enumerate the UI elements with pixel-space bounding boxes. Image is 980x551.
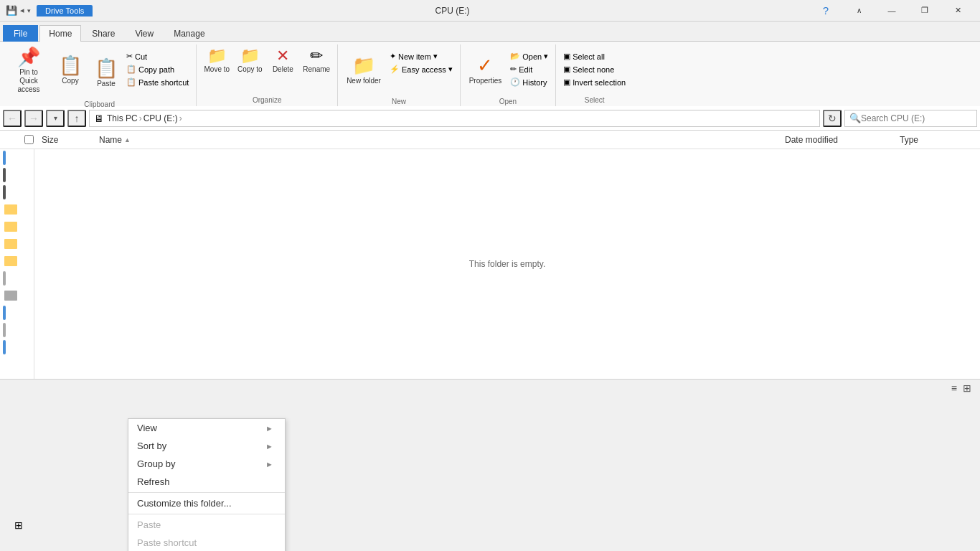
cut-button[interactable]: ✂ Cut [123,50,192,62]
refresh-button[interactable]: ↻ [823,110,842,127]
up-button[interactable]: ↑ [67,110,86,127]
tab-manage[interactable]: Manage [164,25,214,42]
select-all-button[interactable]: ▣ Select all [560,50,628,62]
close-button[interactable]: ✕ [941,0,974,22]
open-button[interactable]: 📂 Open ▾ [507,50,551,62]
ctx-paste-shortcut[interactable]: Paste shortcut [128,534,285,551]
ctx-sep-1 [128,492,285,493]
easy-access-button[interactable]: ⚡ Easy access ▾ [387,63,456,75]
name-sort-icon: ▲ [124,136,131,143]
new-folder-button[interactable]: 📁 New folder [342,46,385,95]
search-box: 🔍 [844,110,977,127]
sidebar-item-5[interactable] [0,218,34,235]
address-path[interactable]: 🖥 This PC › CPU (E:) › [89,110,820,127]
select-none-icon: ▣ [563,65,570,74]
maximize-button[interactable]: ❐ [908,0,941,22]
title-bar-quick-icons: 💾 ◂ ▾ [6,5,31,16]
properties-label: Properties [469,77,502,85]
paste-shortcut-button[interactable]: 📋 Paste shortcut [123,76,192,88]
select-label: Select [560,95,628,106]
ctx-customize[interactable]: Customize this folder... [128,494,285,512]
copy-button-clipboard[interactable]: 📋 Copy [52,46,89,95]
path-cpu-e[interactable]: CPU (E:) [143,113,178,123]
delete-icon: ✕ [276,48,289,64]
pin-label: Pin to Quick access [11,68,46,94]
column-size[interactable]: Size [36,131,93,149]
ctx-group-by-label: Group by [137,458,175,469]
search-input[interactable] [861,113,961,123]
copy-label: Copy [62,77,78,85]
tab-view[interactable]: View [126,25,163,42]
sidebar-item-10[interactable] [0,304,34,321]
ctx-sort-by[interactable]: Sort by ► [128,437,285,455]
view-toggle-large[interactable]: ⊞ [960,382,974,394]
path-this-pc[interactable]: This PC [107,113,138,123]
ctx-refresh[interactable]: Refresh [128,473,285,491]
tab-home[interactable]: Home [39,25,81,42]
sidebar-item-4[interactable] [0,201,34,218]
tab-share[interactable]: Share [83,25,124,42]
copy-path-button[interactable]: 📋 Copy path [123,63,192,75]
sidebar-item-1[interactable] [0,149,34,166]
open-icon: 📂 [510,52,520,61]
sidebar-item-2[interactable] [0,166,34,184]
file-area[interactable]: This folder is empty. View ► Sort by ► G… [34,149,980,379]
minimize-button[interactable]: — [875,0,908,22]
sidebar-item-9[interactable] [0,287,34,304]
ctx-group-by[interactable]: Group by ► [128,455,285,473]
history-button[interactable]: 🕐 History [507,76,551,88]
forward-button[interactable]: → [24,110,43,127]
history-icon: 🕐 [510,77,520,87]
column-date-modified[interactable]: Date modified [779,131,894,149]
paste-shortcut-label: Paste shortcut [138,78,189,87]
copy-icon: 📋 [59,56,82,75]
sidebar-item-11[interactable] [0,321,34,339]
select-none-button[interactable]: ▣ Select none [560,63,628,75]
open-dropdown: ▾ [544,52,548,61]
help-icon[interactable]: ? [809,0,842,22]
quick-save-icon[interactable]: 💾 [6,5,17,16]
properties-button[interactable]: ✓ Properties [465,46,507,95]
ctx-paste-shortcut-label: Paste shortcut [137,537,197,548]
select-all-icon: ▣ [563,52,570,61]
edit-label: Edit [519,65,532,74]
empty-folder-message: This folder is empty. [469,259,545,269]
tab-file[interactable]: File [3,25,38,42]
easy-access-dropdown: ▾ [448,65,453,74]
expand-ribbon-icon[interactable]: ∧ [842,0,875,22]
recent-locations-button[interactable]: ▾ [46,110,65,127]
quick-undo-icon[interactable]: ◂ [20,6,24,15]
quick-dropdown-icon[interactable]: ▾ [27,7,31,14]
ribbon-tabs: File Home Share View Manage [0,22,980,42]
column-name[interactable]: Name ▲ [93,131,779,149]
history-label: History [522,78,547,87]
copy-to-button[interactable]: 📁 Copy to [234,46,265,75]
ctx-paste[interactable]: Paste [128,516,285,534]
column-headers: Size Name ▲ Date modified Type [0,131,980,149]
pin-to-quick-access-button[interactable]: 📌 Pin to Quick access [7,46,50,95]
copy-path-label: Copy path [138,65,174,74]
edit-button[interactable]: ✏ Edit [507,63,551,75]
new-item-button[interactable]: ✦ New item ▾ [387,50,456,62]
ctx-view[interactable]: View ► [128,419,285,437]
select-all-checkbox[interactable] [24,135,34,144]
back-button[interactable]: ← [3,110,22,127]
sidebar-item-7[interactable] [0,253,34,270]
ribbon-group-select: ▣ Select all ▣ Select none ▣ Invert sele… [556,44,633,106]
view-toggle-details[interactable]: ≡ [948,382,960,394]
move-to-button[interactable]: 📁 Move to [201,46,232,75]
sidebar-item-6[interactable] [0,235,34,253]
invert-selection-button[interactable]: ▣ Invert selection [560,76,628,88]
delete-button[interactable]: ✕ Delete [267,46,298,75]
drive-tools-tab: Drive Tools [37,5,93,17]
sidebar-item-3[interactable] [0,184,34,201]
column-type[interactable]: Type [894,131,980,149]
rename-label: Rename [303,65,330,73]
paste-button[interactable]: 📋 Paste [90,49,122,98]
paste-label: Paste [97,80,116,88]
properties-icon: ✓ [477,56,493,75]
sidebar-item-8[interactable] [0,270,34,287]
sidebar-item-12[interactable] [0,339,34,356]
rename-button[interactable]: ✏ Rename [300,46,333,75]
pin-icon: 📌 [17,47,40,66]
